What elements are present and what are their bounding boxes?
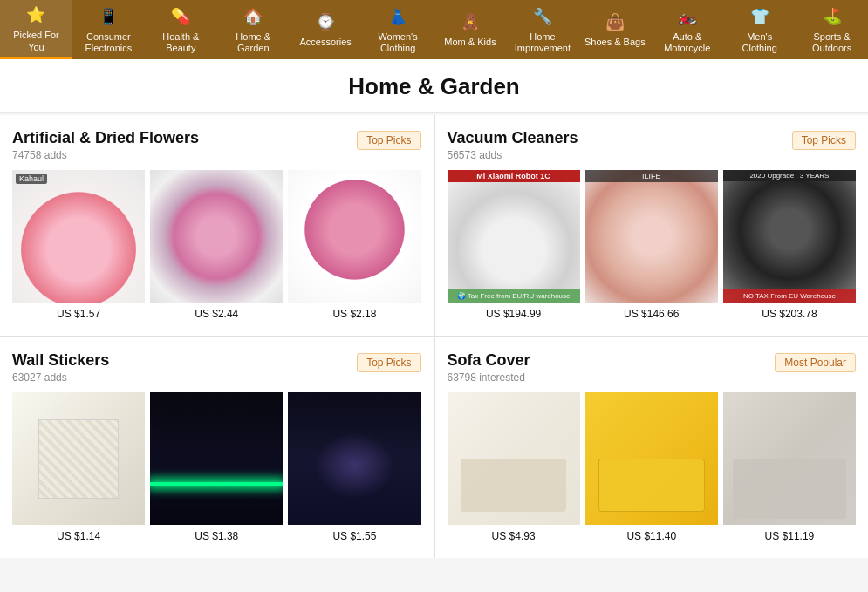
vacuum-img-1: [448, 170, 580, 303]
nav-item-mom-kids[interactable]: 🧸 Mom & Kids: [434, 0, 507, 59]
cat-title-vacuum: Vacuum Cleaners: [448, 129, 578, 147]
product-price-flower-1: US $1.57: [57, 308, 100, 320]
product-img-wall-3: [288, 392, 420, 525]
cat-title-wall: Wall Stickers: [12, 351, 109, 370]
electronics-icon: 📱: [97, 5, 120, 28]
product-img-vacuum-3: 2020 Upgrade 3 YEARS NO TAX From EU Ware…: [723, 170, 856, 303]
product-img-wall-1: [12, 392, 145, 525]
product-price-vacuum-2: US $146.66: [624, 308, 679, 320]
sofa-img-1: [448, 392, 580, 525]
cat-adds-vacuum: 56573 adds: [448, 149, 578, 161]
cat-badge-vacuum: Top Picks: [792, 131, 856, 150]
nav-label-auto: Auto & Motorcycle: [656, 31, 718, 54]
nav-item-accessories[interactable]: ⌚ Accessories: [290, 0, 362, 59]
category-wall-stickers: Wall Stickers 63027 adds Top Picks US $1…: [0, 337, 434, 558]
product-vacuum-2[interactable]: ILIFE US $146.66: [585, 170, 718, 320]
cat-header-wall: Wall Stickers 63027 adds Top Picks: [12, 351, 421, 384]
category-grid: Artificial & Dried Flowers 74758 adds To…: [0, 115, 868, 558]
vacuum1-bottom-badge: 🌍 Tax Free from EU/RU warehouse: [448, 289, 580, 303]
product-img-wall-2: [150, 392, 283, 525]
product-vacuum-3[interactable]: 2020 Upgrade 3 YEARS NO TAX From EU Ware…: [723, 170, 856, 320]
product-sofa-2[interactable]: US $11.40: [585, 392, 718, 542]
nav-label-health: Health & Beauty: [150, 31, 212, 54]
product-flower-2[interactable]: US $2.44: [150, 170, 283, 320]
category-vacuum-cleaners: Vacuum Cleaners 56573 adds Top Picks Mi …: [435, 115, 869, 336]
product-vacuum-1[interactable]: Mi Xiaomi Robot 1C 🌍 Tax Free from EU/RU…: [448, 170, 580, 320]
flower-img-placeholder-1: [12, 170, 145, 303]
nav-item-mens-clothing[interactable]: 👕 Men's Clothing: [723, 0, 796, 59]
cat-badge-flowers: Top Picks: [357, 131, 420, 150]
cat-badge-wall: Top Picks: [357, 353, 420, 372]
cat-title-sofa-wrap: Sofa Cover 63798 interested: [448, 351, 530, 384]
product-wall-2[interactable]: US $1.38: [150, 392, 283, 542]
product-price-wall-1: US $1.14: [57, 530, 100, 542]
product-wall-1[interactable]: US $1.14: [12, 392, 145, 542]
product-row-wall: US $1.14 US $1.38 US $1.55: [12, 392, 421, 542]
nav-label-electronics: Consumer Electronics: [78, 31, 140, 54]
product-price-flower-2: US $2.44: [195, 308, 238, 320]
page-title-bar: Home & Garden: [0, 59, 868, 113]
ilife-badge: ILIFE: [585, 170, 718, 182]
cat-header-sofa: Sofa Cover 63798 interested Most Popular: [448, 351, 857, 384]
product-flower-1[interactable]: Kahaul US $1.57: [12, 170, 145, 320]
category-artificial-flowers: Artificial & Dried Flowers 74758 adds To…: [0, 115, 434, 336]
improvement-icon: 🔧: [531, 5, 554, 28]
cat-title-wall-wrap: Wall Stickers 63027 adds: [12, 351, 109, 384]
cat-title-flowers: Artificial & Dried Flowers: [12, 129, 199, 147]
nav-item-womens-clothing[interactable]: 👗 Women's Clothing: [362, 0, 434, 59]
product-row-sofa: US $4.93 US $11.40 US $11.19: [448, 392, 857, 542]
vacuum-img-2: [585, 170, 718, 303]
product-flower-3[interactable]: US $2.18: [288, 170, 420, 320]
cat-adds-wall: 63027 adds: [12, 371, 109, 384]
nav-label-improvement: Home Improvement: [511, 31, 573, 54]
upgrade-badge: 2020 Upgrade 3 YEARS: [723, 170, 856, 181]
cat-title-vacuum-wrap: Vacuum Cleaners 56573 adds: [448, 129, 578, 161]
nav-label-home: Home & Garden: [222, 31, 284, 54]
page-title: Home & Garden: [0, 73, 868, 100]
nav-item-health-beauty[interactable]: 💊 Health & Beauty: [145, 0, 217, 59]
cat-title-sofa: Sofa Cover: [448, 351, 530, 370]
product-row-flowers: Kahaul US $1.57 US $2.44 US $2.18: [12, 170, 421, 320]
wall-img-3: [288, 392, 420, 525]
nav-item-home-improvement[interactable]: 🔧 Home Improvement: [506, 0, 578, 59]
nav-label-mens: Men's Clothing: [728, 31, 790, 54]
nav-item-picked-for-you[interactable]: ⭐ Picked For You: [0, 0, 72, 59]
nav-item-sports[interactable]: ⛳ Sports & Outdoors: [796, 0, 868, 59]
mens-icon: 👕: [748, 5, 771, 28]
nav-item-shoes-bags[interactable]: 👜 Shoes & Bags: [578, 0, 651, 59]
product-sofa-1[interactable]: US $4.93: [448, 392, 580, 542]
accessories-icon: ⌚: [314, 10, 337, 33]
product-img-flower-1: Kahaul: [12, 170, 145, 303]
wall-img-2: [150, 392, 283, 525]
glow-effect: [150, 482, 283, 486]
shoes-icon: 👜: [604, 10, 626, 33]
nav-label-sports: Sports & Outdoors: [801, 31, 863, 54]
kahaul-badge: Kahaul: [16, 174, 47, 184]
product-img-flower-3: [288, 170, 420, 303]
product-img-vacuum-2: ILIFE: [585, 170, 718, 303]
product-img-vacuum-1: Mi Xiaomi Robot 1C 🌍 Tax Free from EU/RU…: [448, 170, 580, 303]
nav-item-home-garden[interactable]: 🏠 Home & Garden: [217, 0, 290, 59]
cat-badge-sofa: Most Popular: [775, 353, 856, 372]
sofa-img-2: [585, 392, 718, 525]
sofa-img-3: [723, 392, 856, 525]
wall-img-1: [12, 392, 145, 525]
sports-icon: ⛳: [821, 5, 844, 28]
vacuum1-top-badge: Mi Xiaomi Robot 1C: [448, 170, 580, 182]
home-icon: 🏠: [242, 5, 264, 28]
nav-label-shoes: Shoes & Bags: [584, 37, 646, 48]
cat-title-flowers-wrap: Artificial & Dried Flowers 74758 adds: [12, 129, 199, 161]
product-price-sofa-2: US $11.40: [626, 530, 676, 542]
nav-item-consumer-electronics[interactable]: 📱 Consumer Electronics: [72, 0, 145, 59]
nav-label-picked: Picked For You: [5, 30, 67, 52]
flower-img-placeholder-3: [288, 170, 420, 303]
nav-label-kids: Mom & Kids: [444, 37, 496, 48]
product-wall-3[interactable]: US $1.55: [288, 392, 420, 542]
product-sofa-3[interactable]: US $11.19: [723, 392, 856, 542]
nav-item-auto[interactable]: 🏍️ Auto & Motorcycle: [651, 0, 723, 59]
category-sofa-cover: Sofa Cover 63798 interested Most Popular…: [435, 337, 869, 558]
kids-icon: 🧸: [459, 10, 482, 33]
product-img-flower-2: [150, 170, 283, 303]
product-img-sofa-1: [448, 392, 580, 525]
product-price-sofa-3: US $11.19: [765, 530, 815, 542]
